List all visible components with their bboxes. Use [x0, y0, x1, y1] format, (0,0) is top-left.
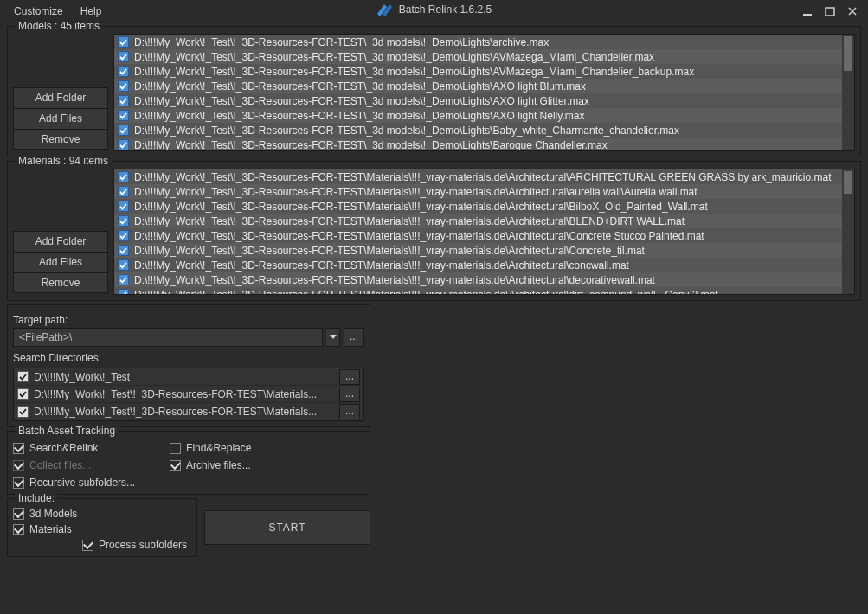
- material-item-checkbox[interactable]: [118, 289, 129, 294]
- search-dir-checkbox[interactable]: [17, 388, 29, 400]
- material-item-path: D:\!!!My_Work\!_Test\!_3D-Resources-FOR-…: [134, 230, 704, 242]
- material-item-checkbox[interactable]: [118, 171, 129, 182]
- search-dir-row[interactable]: D:\!!!My_Work\!_Test\!_3D-Resources-FOR-…: [14, 386, 363, 403]
- svg-rect-1: [826, 8, 834, 16]
- model-item-row[interactable]: D:\!!!My_Work\!_Test\!_3D-Resources-FOR-…: [114, 64, 842, 79]
- archive-files-checkbox[interactable]: Archive files...: [170, 459, 251, 471]
- models-add-folder-button[interactable]: Add Folder: [13, 87, 108, 108]
- material-item-checkbox[interactable]: [118, 245, 129, 256]
- material-item-row[interactable]: D:\!!!My_Work\!_Test\!_3D-Resources-FOR-…: [114, 228, 842, 243]
- material-item-row[interactable]: D:\!!!My_Work\!_Test\!_3D-Resources-FOR-…: [114, 272, 842, 287]
- target-path-browse-button[interactable]: ...: [344, 328, 364, 347]
- search-dir-browse-button[interactable]: ...: [339, 404, 360, 419]
- search-dir-checkbox[interactable]: [17, 371, 29, 382]
- material-item-row[interactable]: D:\!!!My_Work\!_Test\!_3D-Resources-FOR-…: [114, 199, 842, 214]
- model-item-checkbox[interactable]: [118, 36, 129, 48]
- model-item-checkbox[interactable]: [118, 51, 129, 62]
- search-dir-browse-button[interactable]: ...: [339, 387, 360, 402]
- menu-customize[interactable]: Customize: [5, 2, 72, 21]
- material-item-row[interactable]: D:\!!!My_Work\!_Test\!_3D-Resources-FOR-…: [114, 214, 842, 228]
- include-group: Include: 3d Models Materials Process sub…: [7, 498, 197, 557]
- model-item-path: D:\!!!My_Work\!_Test\!_3D-Resources-FOR-…: [134, 110, 584, 122]
- search-relink-checkbox[interactable]: Search&Relink: [13, 442, 135, 454]
- model-item-checkbox[interactable]: [118, 110, 129, 121]
- start-button[interactable]: START: [204, 510, 370, 545]
- material-item-path: D:\!!!My_Work\!_Test\!_3D-Resources-FOR-…: [134, 289, 718, 295]
- model-item-checkbox[interactable]: [118, 139, 129, 150]
- materials-add-folder-button[interactable]: Add Folder: [13, 231, 108, 252]
- search-directories-label: Search Directories:: [13, 352, 364, 364]
- material-item-checkbox[interactable]: [118, 274, 129, 285]
- material-item-path: D:\!!!My_Work\!_Test\!_3D-Resources-FOR-…: [134, 245, 645, 257]
- search-dir-path: D:\!!!My_Work\!_Test\!_3D-Resources-FOR-…: [34, 388, 334, 400]
- search-dir-checkbox[interactable]: [17, 406, 29, 418]
- search-dir-row[interactable]: D:\!!!My_Work\!_Test\!_3D-Resources-FOR-…: [14, 403, 363, 420]
- materials-add-files-button[interactable]: Add Files: [13, 252, 108, 272]
- include-models-checkbox[interactable]: 3d Models: [13, 508, 191, 520]
- material-item-checkbox[interactable]: [118, 201, 129, 212]
- title-bar: Customize Help Batch Relink 1.6.2.5: [0, 0, 868, 22]
- collect-files-checkbox[interactable]: Collect files...: [13, 459, 135, 471]
- material-item-row[interactable]: D:\!!!My_Work\!_Test\!_3D-Resources-FOR-…: [114, 243, 842, 258]
- model-item-path: D:\!!!My_Work\!_Test\!_3D-Resources-FOR-…: [134, 80, 586, 93]
- maximize-button[interactable]: [823, 4, 837, 18]
- minimize-button[interactable]: [800, 4, 814, 18]
- model-item-row[interactable]: D:\!!!My_Work\!_Test\!_3D-Resources-FOR-…: [114, 138, 842, 150]
- material-item-path: D:\!!!My_Work\!_Test\!_3D-Resources-FOR-…: [134, 201, 708, 213]
- model-item-path: D:\!!!My_Work\!_Test\!_3D-Resources-FOR-…: [134, 95, 589, 107]
- model-item-path: D:\!!!My_Work\!_Test\!_3D-Resources-FOR-…: [134, 36, 549, 48]
- model-item-checkbox[interactable]: [118, 95, 129, 106]
- material-item-row[interactable]: D:\!!!My_Work\!_Test\!_3D-Resources-FOR-…: [114, 287, 842, 294]
- target-path-label: Target path:: [13, 314, 364, 326]
- model-item-row[interactable]: D:\!!!My_Work\!_Test\!_3D-Resources-FOR-…: [114, 108, 842, 123]
- material-item-path: D:\!!!My_Work\!_Test\!_3D-Resources-FOR-…: [134, 274, 655, 286]
- models-heading: Models : 45 items: [15, 20, 103, 32]
- material-item-checkbox[interactable]: [118, 230, 129, 241]
- target-path-dropdown[interactable]: [326, 328, 340, 347]
- model-item-path: D:\!!!My_Work\!_Test\!_3D-Resources-FOR-…: [134, 51, 654, 63]
- materials-remove-button[interactable]: Remove: [13, 272, 108, 293]
- material-item-checkbox[interactable]: [118, 215, 129, 227]
- model-item-row[interactable]: D:\!!!My_Work\!_Test\!_3D-Resources-FOR-…: [114, 123, 842, 138]
- material-item-row[interactable]: D:\!!!My_Work\!_Test\!_3D-Resources-FOR-…: [114, 169, 842, 184]
- target-path-input[interactable]: <FilePath>\: [13, 328, 323, 347]
- model-item-checkbox[interactable]: [118, 80, 129, 92]
- materials-scrollbar[interactable]: [842, 169, 854, 294]
- material-item-row[interactable]: D:\!!!My_Work\!_Test\!_3D-Resources-FOR-…: [114, 184, 842, 199]
- search-dir-browse-button[interactable]: ...: [339, 369, 360, 385]
- material-item-checkbox[interactable]: [118, 259, 129, 271]
- batch-tracking-heading: Batch Asset Tracking: [15, 425, 119, 437]
- material-item-checkbox[interactable]: [118, 186, 129, 197]
- models-add-files-button[interactable]: Add Files: [13, 108, 108, 129]
- material-item-path: D:\!!!My_Work\!_Test\!_3D-Resources-FOR-…: [134, 171, 832, 183]
- model-item-path: D:\!!!My_Work\!_Test\!_3D-Resources-FOR-…: [134, 139, 608, 151]
- model-item-checkbox[interactable]: [118, 125, 129, 136]
- search-dir-row[interactable]: D:\!!!My_Work\!_Test...: [14, 368, 363, 386]
- material-item-path: D:\!!!My_Work\!_Test\!_3D-Resources-FOR-…: [134, 259, 629, 272]
- models-list[interactable]: D:\!!!My_Work\!_Test\!_3D-Resources-FOR-…: [113, 34, 855, 151]
- models-scrollbar[interactable]: [842, 35, 854, 150]
- materials-heading: Materials : 94 items: [15, 155, 112, 167]
- close-button[interactable]: [845, 4, 859, 18]
- search-directories-list: D:\!!!My_Work\!_Test...D:\!!!My_Work\!_T…: [13, 368, 364, 421]
- include-materials-checkbox[interactable]: Materials: [13, 523, 191, 535]
- material-item-path: D:\!!!My_Work\!_Test\!_3D-Resources-FOR-…: [134, 215, 685, 227]
- model-item-row[interactable]: D:\!!!My_Work\!_Test\!_3D-Resources-FOR-…: [114, 93, 842, 108]
- model-item-row[interactable]: D:\!!!My_Work\!_Test\!_3D-Resources-FOR-…: [114, 79, 842, 93]
- model-item-checkbox[interactable]: [118, 66, 129, 77]
- menu-help[interactable]: Help: [72, 2, 111, 21]
- model-item-path: D:\!!!My_Work\!_Test\!_3D-Resources-FOR-…: [134, 125, 679, 137]
- materials-list[interactable]: D:\!!!My_Work\!_Test\!_3D-Resources-FOR-…: [113, 169, 855, 295]
- process-subfolders-checkbox[interactable]: Process subfolders: [82, 539, 191, 551]
- model-item-path: D:\!!!My_Work\!_Test\!_3D-Resources-FOR-…: [134, 66, 694, 78]
- material-item-row[interactable]: D:\!!!My_Work\!_Test\!_3D-Resources-FOR-…: [114, 258, 842, 272]
- model-item-row[interactable]: D:\!!!My_Work\!_Test\!_3D-Resources-FOR-…: [114, 49, 842, 64]
- find-replace-checkbox[interactable]: Find&Replace: [170, 442, 251, 454]
- materials-group: Materials : 94 items Add Folder Add File…: [7, 161, 861, 301]
- app-logo-icon: [376, 3, 392, 16]
- models-remove-button[interactable]: Remove: [13, 129, 108, 150]
- model-item-row[interactable]: D:\!!!My_Work\!_Test\!_3D-Resources-FOR-…: [114, 35, 842, 49]
- material-item-path: D:\!!!My_Work\!_Test\!_3D-Resources-FOR-…: [134, 186, 698, 198]
- search-dir-path: D:\!!!My_Work\!_Test\!_3D-Resources-FOR-…: [34, 406, 334, 418]
- recursive-subfolders-checkbox[interactable]: Recursive subfolders...: [13, 476, 135, 489]
